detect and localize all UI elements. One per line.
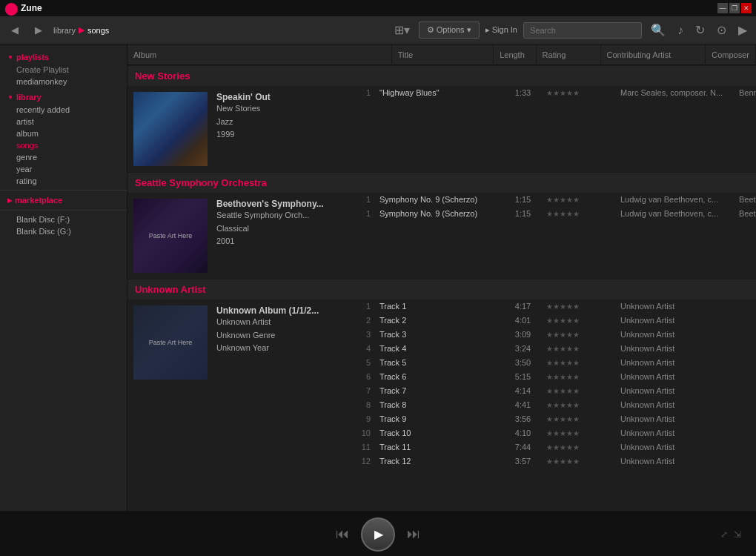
- sidebar-item-create-playlist[interactable]: Create Playlist: [0, 64, 127, 76]
- star-4[interactable]: ★: [566, 373, 573, 381]
- star-4[interactable]: ★: [566, 196, 573, 204]
- star-4[interactable]: ★: [566, 415, 573, 423]
- star-3[interactable]: ★: [560, 317, 566, 325]
- col-header-contributing-artist[interactable]: Contributing Artist: [601, 44, 706, 65]
- star-3[interactable]: ★: [560, 89, 566, 97]
- star-5[interactable]: ★: [573, 359, 580, 367]
- star-4[interactable]: ★: [566, 443, 573, 451]
- star-5[interactable]: ★: [573, 373, 580, 381]
- star-4[interactable]: ★: [566, 457, 573, 466]
- next-button[interactable]: ⏭: [407, 526, 420, 542]
- star-3[interactable]: ★: [560, 345, 566, 353]
- forward-button[interactable]: ▶: [30, 22, 47, 38]
- shop-button[interactable]: ♪: [674, 21, 686, 40]
- col-header-composer[interactable]: Composer: [706, 44, 756, 65]
- star-2[interactable]: ★: [553, 373, 560, 381]
- star-3[interactable]: ★: [560, 373, 566, 381]
- options-button[interactable]: ⚙ Options ▾: [419, 21, 480, 39]
- star-2[interactable]: ★: [553, 359, 560, 367]
- track-rating[interactable]: ★★★★★: [543, 317, 617, 325]
- star-1[interactable]: ★: [546, 89, 553, 97]
- track-rating[interactable]: ★★★★★: [543, 415, 617, 423]
- col-header-title[interactable]: Title: [392, 44, 494, 65]
- star-3[interactable]: ★: [560, 401, 566, 409]
- star-5[interactable]: ★: [573, 401, 580, 409]
- star-1[interactable]: ★: [546, 387, 553, 395]
- star-2[interactable]: ★: [553, 196, 560, 204]
- star-5[interactable]: ★: [573, 331, 580, 339]
- star-2[interactable]: ★: [553, 443, 560, 451]
- star-3[interactable]: ★: [560, 429, 566, 437]
- star-1[interactable]: ★: [546, 359, 553, 367]
- play-button[interactable]: ▶: [361, 517, 395, 552]
- sidebar-section-marketplace-header[interactable]: ▶ marketplace: [0, 193, 127, 207]
- col-header-length[interactable]: Length: [494, 44, 536, 65]
- star-4[interactable]: ★: [566, 302, 573, 311]
- close-button[interactable]: ✕: [741, 3, 752, 13]
- track-rating[interactable]: ★ ★ ★ ★ ★: [543, 196, 617, 204]
- star-1[interactable]: ★: [546, 429, 553, 437]
- star-2[interactable]: ★: [553, 387, 560, 395]
- star-5[interactable]: ★: [573, 210, 580, 218]
- star-4[interactable]: ★: [566, 387, 573, 395]
- star-2[interactable]: ★: [553, 302, 560, 311]
- sidebar-item-recently-added[interactable]: recently added: [0, 104, 127, 116]
- sidebar-item-rating[interactable]: rating: [0, 175, 127, 187]
- track-rating[interactable]: ★★★★★: [543, 401, 617, 409]
- back-button[interactable]: ◀: [6, 22, 24, 38]
- collapse-icon[interactable]: ⇲: [734, 529, 741, 540]
- sidebar-item-album[interactable]: album: [0, 128, 127, 139]
- star-3[interactable]: ★: [560, 415, 566, 423]
- star-1[interactable]: ★: [546, 345, 553, 353]
- search-icon-button[interactable]: 🔍: [648, 20, 669, 40]
- star-2[interactable]: ★: [553, 345, 560, 353]
- star-2[interactable]: ★: [553, 210, 560, 218]
- col-header-album[interactable]: Album: [127, 44, 392, 65]
- star-5[interactable]: ★: [573, 387, 580, 395]
- star-1[interactable]: ★: [546, 210, 553, 218]
- layout-toggle-button[interactable]: ⊞▾: [391, 20, 413, 40]
- prev-button[interactable]: ⏮: [336, 526, 349, 542]
- sidebar-item-songs[interactable]: songs: [0, 139, 127, 151]
- star-2[interactable]: ★: [553, 457, 560, 466]
- star-4[interactable]: ★: [566, 210, 573, 218]
- sidebar-item-year[interactable]: year: [0, 163, 127, 175]
- star-4[interactable]: ★: [566, 89, 573, 97]
- maximize-button[interactable]: ❐: [729, 3, 740, 13]
- star-5[interactable]: ★: [573, 317, 580, 325]
- star-4[interactable]: ★: [566, 317, 573, 325]
- star-1[interactable]: ★: [546, 401, 553, 409]
- star-2[interactable]: ★: [553, 415, 560, 423]
- album-group-title-unknown-artist[interactable]: Unknown Artist: [135, 284, 206, 295]
- album-group-title-seattle-symphony[interactable]: Seattle Symphony Orchestra: [135, 177, 267, 188]
- star-1[interactable]: ★: [546, 457, 553, 466]
- star-3[interactable]: ★: [560, 210, 566, 218]
- album-group-title-new-stories[interactable]: New Stories: [135, 70, 190, 82]
- star-2[interactable]: ★: [553, 317, 560, 325]
- track-rating[interactable]: ★ ★ ★ ★ ★: [543, 210, 617, 218]
- paste-art-overlay-symphony[interactable]: Paste Art Here: [133, 199, 208, 273]
- play-all-button[interactable]: ▶: [735, 20, 750, 40]
- fullscreen-icon[interactable]: ⤢: [720, 529, 728, 540]
- star-5[interactable]: ★: [573, 415, 580, 423]
- sidebar-item-artist[interactable]: artist: [0, 116, 127, 128]
- track-rating[interactable]: ★★★★★: [543, 331, 617, 339]
- sidebar-section-playlists-header[interactable]: ▼ playlists: [0, 50, 127, 64]
- track-rating[interactable]: ★★★★★: [543, 387, 617, 395]
- search-input[interactable]: [523, 22, 642, 39]
- star-4[interactable]: ★: [566, 331, 573, 339]
- star-3[interactable]: ★: [560, 359, 566, 367]
- sign-in-button[interactable]: ▸ Sign In: [485, 25, 517, 35]
- content-scroll[interactable]: New Stories Speakin' Out New Stories Jaz…: [127, 65, 756, 512]
- track-rating[interactable]: ★★★★★: [543, 302, 617, 311]
- star-3[interactable]: ★: [560, 443, 566, 451]
- star-1[interactable]: ★: [546, 415, 553, 423]
- star-3[interactable]: ★: [560, 387, 566, 395]
- star-1[interactable]: ★: [546, 373, 553, 381]
- star-5[interactable]: ★: [573, 429, 580, 437]
- star-4[interactable]: ★: [566, 359, 573, 367]
- star-5[interactable]: ★: [573, 457, 580, 466]
- breadcrumb-library[interactable]: library: [53, 26, 76, 35]
- track-rating[interactable]: ★★★★★: [543, 359, 617, 367]
- star-4[interactable]: ★: [566, 401, 573, 409]
